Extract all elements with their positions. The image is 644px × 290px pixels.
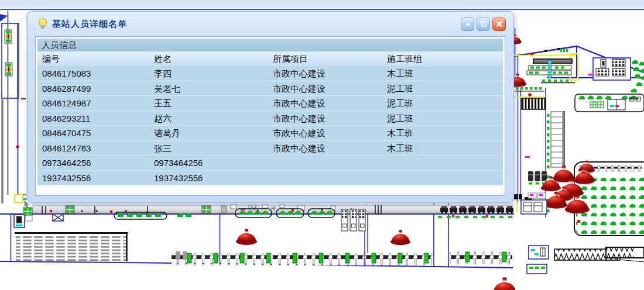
zigzag-fence <box>554 247 644 260</box>
container-row <box>172 251 512 265</box>
lightbulb-icon <box>37 18 48 30</box>
cell-id: 1937432556 <box>37 171 149 185</box>
red-helmet-marker[interactable] <box>492 277 517 290</box>
cell-id: 0846293211 <box>37 111 149 126</box>
close-button[interactable] <box>492 18 506 31</box>
cell-team: 泥工班 <box>382 96 503 111</box>
cell-name: 张三 <box>149 141 268 156</box>
cell-id: 0846470475 <box>37 126 149 140</box>
cell-id: 0973464256 <box>37 156 149 170</box>
window-controls <box>461 18 506 31</box>
cell-id: 0846124763 <box>37 141 149 156</box>
screen: 基站人员详细名单 人员信息 编号 姓名 所属项目 施工班组 0846175083 <box>0 0 644 290</box>
cell-project: 市政中心建设 <box>268 141 382 156</box>
cell-id: 0846175083 <box>37 66 149 81</box>
watch-towers <box>341 209 365 231</box>
collapse-button[interactable] <box>461 18 474 31</box>
cell-name: 赵六 <box>149 111 268 126</box>
cell-team <box>382 171 503 185</box>
cell-id: 0846287499 <box>37 81 149 96</box>
cell-id: 0846124987 <box>37 96 149 111</box>
cell-project: 市政中心建设 <box>268 66 382 81</box>
section-header: 人员信息 <box>37 39 503 51</box>
cell-team: 泥工班 <box>382 81 503 96</box>
cell-project <box>268 156 382 170</box>
rebar-yard <box>15 233 128 262</box>
cell-team: 木工班 <box>382 141 503 156</box>
table-row[interactable]: 0973464256 0973464256 <box>37 156 503 171</box>
column-header-id[interactable]: 编号 <box>37 51 149 66</box>
personnel-table: 0846175083 李四 市政中心建设 木工班 0846287499 吴老七 … <box>37 66 503 185</box>
dialog-titlebar[interactable]: 基站人员详细名单 <box>28 12 513 36</box>
table-row[interactable]: 0846293211 赵六 市政中心建设 泥工班 <box>37 111 503 126</box>
column-header-name[interactable]: 姓名 <box>149 51 268 66</box>
table-row[interactable]: 1937432556 1937432556 <box>37 171 503 186</box>
cell-team: 泥工班 <box>382 111 503 126</box>
cell-name: 李四 <box>149 66 268 81</box>
cell-team: 木工班 <box>382 66 503 81</box>
table-row[interactable]: 0846175083 李四 市政中心建设 木工班 <box>37 66 503 81</box>
personnel-dialog: 基站人员详细名单 人员信息 编号 姓名 所属项目 施工班组 0846175083 <box>27 11 513 203</box>
cell-team <box>382 156 503 170</box>
table-row[interactable]: 0846124987 王五 市政中心建设 泥工班 <box>37 96 503 111</box>
table-row[interactable]: 0846470475 诸葛丹 市政中心建设 木工班 <box>37 126 503 141</box>
dialog-title: 基站人员详细名单 <box>52 19 461 30</box>
cell-project: 市政中心建设 <box>268 96 382 111</box>
column-header-team[interactable]: 施工班组 <box>382 51 503 66</box>
cell-name: 王五 <box>149 96 268 111</box>
red-helmet-marker[interactable] <box>236 229 257 245</box>
maximize-button[interactable] <box>477 18 490 31</box>
table-header: 编号 姓名 所属项目 施工班组 <box>37 51 503 66</box>
red-helmet-marker[interactable] <box>390 230 410 245</box>
cell-project: 市政中心建设 <box>268 81 382 96</box>
cell-name: 1937432556 <box>149 171 268 185</box>
cell-project <box>268 171 382 185</box>
cell-project: 市政中心建设 <box>268 111 382 126</box>
column-header-project[interactable]: 所属项目 <box>268 51 382 66</box>
cell-project: 市政中心建设 <box>268 126 382 140</box>
cell-team: 木工班 <box>382 126 503 140</box>
cell-name: 吴老七 <box>149 81 268 96</box>
table-row[interactable]: 0846124763 张三 市政中心建设 木工班 <box>37 141 503 156</box>
personnel-panel: 人员信息 编号 姓名 所属项目 施工班组 0846175083 李四 市政中心建… <box>35 36 505 196</box>
table-row[interactable]: 0846287499 吴老七 市政中心建设 泥工班 <box>37 81 503 96</box>
cell-name: 诸葛丹 <box>149 126 268 140</box>
road-strip <box>23 205 513 221</box>
cell-name: 0973464256 <box>149 156 268 170</box>
